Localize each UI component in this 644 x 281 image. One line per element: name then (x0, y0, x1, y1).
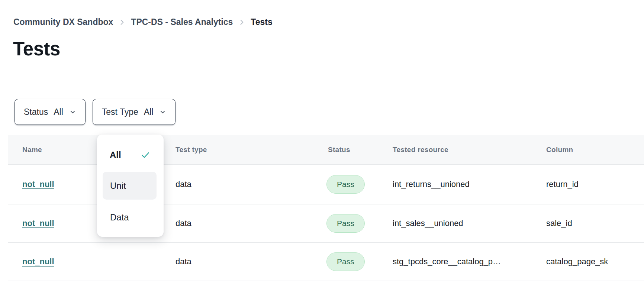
page-title: Tests (13, 38, 60, 60)
tested-resource-cell: int_sales__unioned (393, 219, 546, 228)
chevron-right-icon (238, 19, 245, 26)
column-header-status: Status (328, 146, 393, 154)
breadcrumb-item-environment[interactable]: TPC-DS - Sales Analytics (131, 17, 233, 27)
column-header-test-type: Test type (176, 146, 328, 154)
test-type-cell: data (176, 257, 328, 267)
dropdown-option-label: All (110, 150, 121, 160)
status-badge: Pass (326, 175, 365, 194)
dropdown-option-unit[interactable]: Unit (103, 172, 157, 200)
dropdown-option-all[interactable]: All (97, 142, 164, 168)
column-header-tested-resource: Tested resource (393, 146, 546, 154)
breadcrumb-item-project[interactable]: Community DX Sandbox (13, 17, 113, 27)
filter-bar: Status All Test Type All (15, 99, 176, 125)
column-cell: sale_id (546, 219, 644, 228)
test-type-dropdown-menu: All Unit Data (97, 135, 164, 237)
status-badge: Pass (326, 252, 365, 271)
test-name-link[interactable]: not_null (22, 180, 54, 189)
table-row: not_null data Pass stg_tpcds_core__catal… (8, 243, 644, 281)
tested-resource-cell: stg_tpcds_core__catalog_p… (393, 257, 546, 267)
test-type-cell: data (176, 180, 328, 189)
test-type-filter-label: Test Type (102, 107, 138, 117)
breadcrumb: Community DX Sandbox TPC-DS - Sales Anal… (13, 17, 273, 27)
tested-resource-cell: int_returns__unioned (393, 180, 546, 189)
test-name-link[interactable]: not_null (22, 219, 54, 228)
breadcrumb-item-current: Tests (251, 17, 272, 27)
dropdown-option-label: Unit (110, 181, 126, 191)
test-type-cell: data (176, 219, 328, 228)
column-header-column: Column (546, 146, 644, 154)
check-icon (141, 150, 150, 160)
status-filter-value: All (54, 107, 63, 117)
chevron-down-icon (159, 109, 166, 116)
status-badge: Pass (326, 214, 365, 233)
chevron-right-icon (118, 19, 126, 26)
test-type-filter-value: All (144, 107, 154, 117)
column-cell: return_id (546, 180, 644, 189)
status-filter-label: Status (24, 107, 48, 117)
test-name-link[interactable]: not_null (22, 257, 54, 266)
dropdown-option-label: Data (110, 212, 129, 223)
dropdown-option-data[interactable]: Data (97, 203, 164, 231)
test-type-filter-button[interactable]: Test Type All (93, 99, 176, 125)
chevron-down-icon (69, 109, 76, 116)
status-filter-button[interactable]: Status All (15, 99, 86, 125)
column-cell: catalog_page_sk (546, 257, 644, 267)
